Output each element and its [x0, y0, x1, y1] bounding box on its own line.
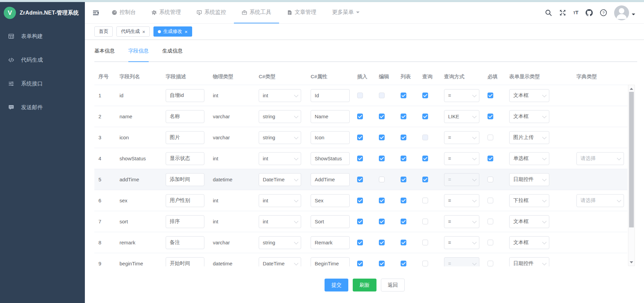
query-checkbox[interactable] — [422, 114, 428, 119]
top-menu-system-monitor[interactable]: 系统监控 — [189, 2, 234, 23]
sidebar-item-form-build[interactable]: 表单构建 — [0, 24, 85, 48]
csharp-property-input[interactable] — [311, 89, 350, 102]
sidebar-fold-icon[interactable] — [92, 9, 99, 16]
field-description-input[interactable] — [166, 131, 204, 144]
top-menu-system-manage[interactable]: 系统管理 — [144, 2, 189, 23]
tab-field-info[interactable]: 字段信息 — [128, 48, 149, 61]
back-button[interactable]: 返回 — [381, 279, 405, 291]
tag-home[interactable]: 首页 — [94, 26, 113, 37]
list-checkbox[interactable] — [401, 135, 406, 140]
github-icon[interactable] — [586, 9, 593, 16]
field-description-input[interactable] — [166, 152, 204, 165]
tag-code-gen[interactable]: 代码生成 × — [116, 26, 150, 37]
tab-gen-info[interactable]: 生成信息 — [162, 48, 183, 61]
display-type-select[interactable]: 文本框 — [509, 110, 549, 123]
csharp-type-select[interactable]: string — [259, 131, 301, 144]
query-mode-select[interactable]: = — [444, 131, 479, 144]
query-mode-select[interactable]: = — [444, 89, 479, 102]
edit-checkbox[interactable] — [379, 261, 385, 266]
refresh-button[interactable]: 刷新 — [353, 279, 376, 291]
query-mode-select[interactable]: = — [444, 257, 479, 267]
app-logo-row[interactable]: V ZrAdmin.NET-管理系统 — [0, 2, 85, 24]
required-checkbox[interactable] — [487, 177, 493, 182]
query-mode-select[interactable]: LIKE — [444, 110, 479, 123]
csharp-property-input[interactable] — [311, 110, 350, 123]
csharp-property-input[interactable] — [311, 215, 350, 228]
top-menu-system-tools[interactable]: 系统工具 — [234, 2, 279, 23]
query-checkbox[interactable] — [422, 156, 428, 161]
field-description-input[interactable] — [166, 257, 204, 267]
insert-checkbox[interactable] — [357, 114, 363, 119]
required-checkbox[interactable] — [487, 198, 493, 203]
scroll-up-icon[interactable] — [628, 86, 634, 91]
search-icon[interactable] — [545, 9, 552, 16]
csharp-type-select[interactable]: int — [259, 194, 301, 207]
list-checkbox[interactable] — [401, 240, 406, 245]
required-checkbox[interactable] — [487, 114, 493, 119]
query-checkbox[interactable] — [422, 93, 428, 98]
query-mode-select[interactable]: = — [444, 236, 479, 249]
sidebar-item-system-api[interactable]: 系统接口 — [0, 72, 85, 96]
edit-checkbox[interactable] — [379, 198, 385, 203]
tag-gen-edit[interactable]: 生成修改 × — [153, 26, 192, 37]
csharp-type-select[interactable]: int — [259, 89, 301, 102]
query-mode-select[interactable]: = — [444, 152, 479, 165]
csharp-property-input[interactable] — [311, 131, 350, 144]
query-mode-select[interactable]: = — [444, 215, 479, 228]
csharp-type-select[interactable]: DateTime — [259, 173, 301, 186]
user-menu[interactable] — [614, 5, 635, 20]
display-type-select[interactable]: 文本框 — [509, 215, 549, 228]
required-checkbox[interactable] — [487, 240, 493, 245]
font-size-icon[interactable]: TT — [573, 9, 578, 17]
field-description-input[interactable] — [166, 89, 204, 102]
top-menu-more[interactable]: 更多菜单 — [324, 2, 367, 23]
insert-checkbox[interactable] — [357, 261, 363, 266]
close-icon[interactable]: × — [185, 29, 188, 34]
sidebar-item-send-mail[interactable]: 发送邮件 — [0, 96, 85, 119]
help-icon[interactable] — [600, 9, 607, 16]
list-checkbox[interactable] — [401, 93, 406, 98]
display-type-select[interactable]: 下拉框 — [509, 194, 549, 207]
edit-checkbox[interactable] — [379, 177, 385, 182]
csharp-property-input[interactable] — [311, 173, 350, 186]
query-checkbox[interactable] — [422, 219, 428, 224]
top-menu-article-manage[interactable]: 文章管理 — [279, 2, 324, 23]
list-checkbox[interactable] — [401, 156, 406, 161]
table-scrollbar[interactable] — [628, 85, 635, 266]
field-description-input[interactable] — [166, 215, 204, 228]
required-checkbox[interactable] — [487, 156, 493, 161]
scroll-down-icon[interactable] — [628, 260, 634, 265]
required-checkbox[interactable] — [487, 135, 493, 140]
insert-checkbox[interactable] — [357, 156, 363, 161]
display-type-select[interactable]: 图片上传 — [509, 131, 549, 144]
edit-checkbox[interactable] — [379, 114, 385, 119]
scrollbar-thumb[interactable] — [629, 92, 634, 227]
query-checkbox[interactable] — [422, 177, 428, 182]
csharp-type-select[interactable]: string — [259, 236, 301, 249]
field-description-input[interactable] — [166, 194, 204, 207]
list-checkbox[interactable] — [401, 177, 406, 182]
display-type-select[interactable]: 日期控件 — [509, 173, 549, 186]
tab-basic-info[interactable]: 基本信息 — [94, 48, 115, 61]
dict-type-select[interactable]: 请选择 — [576, 152, 624, 165]
required-checkbox[interactable] — [487, 261, 493, 266]
sidebar-item-code-gen[interactable]: 代码生成 — [0, 48, 85, 72]
list-checkbox[interactable] — [401, 114, 406, 119]
insert-checkbox[interactable] — [357, 198, 363, 203]
submit-button[interactable]: 提交 — [325, 279, 348, 291]
required-checkbox[interactable] — [487, 219, 493, 224]
edit-checkbox[interactable] — [379, 240, 385, 245]
field-description-input[interactable] — [166, 110, 204, 123]
csharp-type-select[interactable]: string — [259, 110, 301, 123]
insert-checkbox[interactable] — [357, 177, 363, 182]
field-description-input[interactable] — [166, 236, 204, 249]
top-menu-dashboard[interactable]: 控制台 — [104, 2, 144, 23]
display-type-select[interactable]: 文本框 — [509, 89, 549, 102]
edit-checkbox[interactable] — [379, 219, 385, 224]
query-checkbox[interactable] — [422, 240, 428, 245]
display-type-select[interactable]: 文本框 — [509, 236, 549, 249]
csharp-type-select[interactable]: DateTime — [259, 257, 301, 267]
insert-checkbox[interactable] — [357, 135, 363, 140]
fullscreen-icon[interactable] — [559, 9, 566, 16]
display-type-select[interactable]: 日期控件 — [509, 257, 549, 267]
